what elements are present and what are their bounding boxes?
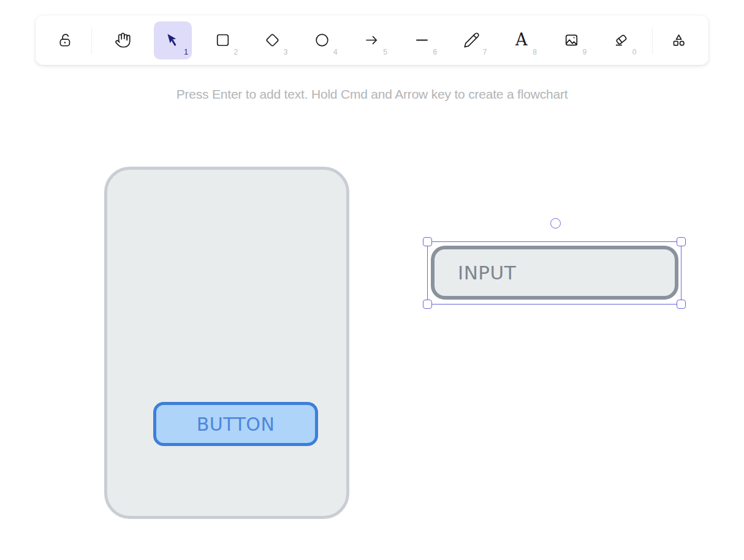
input-shape-label: INPUT: [458, 262, 516, 284]
tool-shortcut: 5: [383, 48, 387, 56]
image-icon: [563, 32, 580, 48]
button-shape-label: BUTTON: [197, 414, 275, 435]
tool-ellipse[interactable]: 4: [303, 21, 341, 59]
selection-handle-ne[interactable]: [677, 237, 686, 246]
tool-shortcut: 7: [483, 48, 487, 56]
tool-diamond[interactable]: 3: [253, 21, 291, 59]
lock-tool-button[interactable]: [50, 21, 80, 59]
tool-shortcut: 0: [632, 48, 637, 56]
selection-cursor-icon: [164, 32, 181, 48]
tool-hand[interactable]: [104, 21, 142, 59]
tool-shortcut: 8: [533, 48, 537, 56]
unlock-icon: [57, 32, 74, 48]
selection-handle-sw[interactable]: [423, 300, 432, 309]
tool-selection[interactable]: 1: [154, 21, 192, 59]
selection-handle-nw[interactable]: [423, 237, 432, 246]
extra-tools-button[interactable]: [664, 21, 694, 59]
hand-icon: [115, 32, 131, 48]
ellipse-icon: [314, 32, 330, 48]
tool-line[interactable]: 6: [403, 21, 441, 59]
large-rectangle-shape[interactable]: [104, 167, 349, 519]
toolbar: 1 2 3 4 5 6 7: [36, 15, 708, 65]
selection-rotate-handle[interactable]: [550, 218, 561, 229]
rectangle-icon: [214, 32, 231, 48]
eraser-icon: [613, 32, 629, 48]
toolbar-divider: [91, 27, 92, 54]
tool-rectangle[interactable]: 2: [203, 21, 241, 59]
toolbar-divider: [652, 27, 653, 54]
pencil-icon: [463, 32, 480, 48]
text-icon: A: [515, 31, 528, 48]
shapes-icon: [670, 32, 687, 48]
tool-shortcut: 3: [284, 48, 288, 56]
tool-text[interactable]: A 8: [503, 21, 541, 59]
tool-shortcut: 9: [582, 48, 586, 56]
tool-shortcut: 2: [233, 48, 238, 56]
button-shape[interactable]: BUTTON: [153, 402, 318, 446]
tool-shortcut: 4: [333, 48, 338, 56]
tool-arrow[interactable]: 5: [353, 21, 391, 59]
arrow-icon: [363, 32, 380, 48]
tool-shortcut: 6: [433, 48, 438, 56]
tool-shortcut: 1: [184, 48, 188, 56]
input-shape[interactable]: INPUT: [431, 246, 678, 300]
hint-text: Press Enter to add text. Hold Cmd and Ar…: [0, 87, 744, 102]
selection-handle-se[interactable]: [677, 300, 686, 309]
diamond-icon: [264, 32, 281, 48]
line-icon: [414, 32, 430, 48]
tool-image[interactable]: 9: [552, 21, 590, 59]
tool-draw[interactable]: 7: [453, 21, 491, 59]
tool-eraser[interactable]: 0: [602, 21, 640, 59]
